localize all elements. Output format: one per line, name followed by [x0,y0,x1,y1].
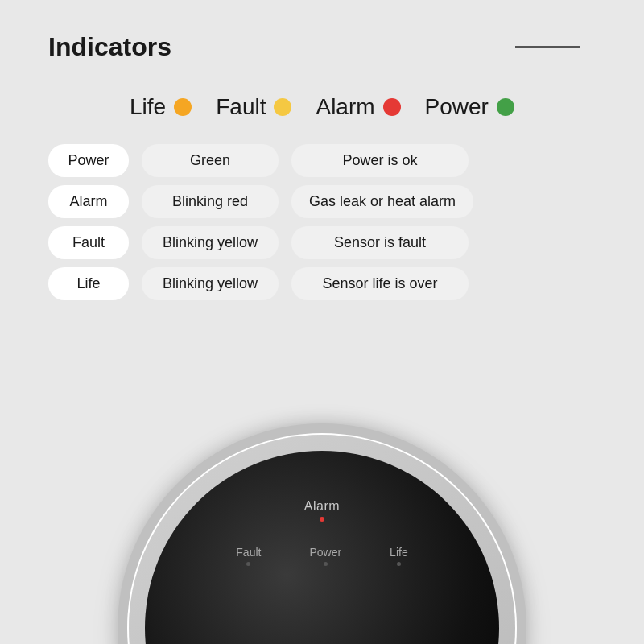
legend-item-alarm: Alarm [316,94,400,120]
table-cell-col3-row4: Sensor life is over [291,267,469,300]
device-section: Alarm Fault Power Life [113,402,531,644]
device-indicator-fault: Fault [236,546,261,566]
table-cell-col2-row2: Blinking red [142,185,279,218]
device-bottom-labels: Fault Power Life [236,546,407,566]
legend-label-life: Life [130,94,166,120]
table-row: Power Green Power is ok [48,144,596,177]
device-fault-dot [246,562,250,566]
header-section: Indicators [0,0,644,78]
device-life-dot [397,562,401,566]
device-alarm-dot [320,517,324,522]
table-cell-col2-row1: Green [142,144,279,177]
table-cell-col2-row4: Blinking yellow [142,267,279,300]
legend-item-life: Life [130,94,192,120]
device-power-label: Power [309,546,341,559]
indicator-table: Power Green Power is ok Alarm Blinking r… [0,144,644,300]
table-row: Alarm Blinking red Gas leak or heat alar… [48,185,596,218]
device-alarm-label: Alarm [304,499,340,514]
table-cell-col1-row2: Alarm [48,185,129,218]
device-indicator-life: Life [390,546,408,566]
table-cell-col1-row4: Life [48,267,129,300]
legend-section: Life Fault Alarm Power [0,94,644,120]
header-decorative-line [515,46,580,48]
device-power-dot [324,562,328,566]
table-cell-col3-row2: Gas leak or heat alarm [291,185,473,218]
page-container: Indicators Life Fault Alarm Power Power … [0,0,644,644]
table-cell-col1-row3: Fault [48,226,129,259]
legend-item-power: Power [425,94,514,120]
table-cell-col1-row1: Power [48,144,129,177]
page-title: Indicators [48,32,171,62]
dot-life [174,98,192,116]
dot-alarm [383,98,401,116]
table-row: Fault Blinking yellow Sensor is fault [48,226,596,259]
device-fault-label: Fault [236,546,261,559]
table-cell-col3-row3: Sensor is fault [291,226,469,259]
device-indicator-power: Power [309,546,341,566]
device-inner-face: Alarm Fault Power Life [145,451,499,644]
table-cell-col2-row3: Blinking yellow [142,226,279,259]
table-cell-col3-row1: Power is ok [291,144,469,177]
legend-label-fault: Fault [216,94,266,120]
legend-label-alarm: Alarm [316,94,374,120]
legend-item-fault: Fault [216,94,291,120]
legend-label-power: Power [425,94,489,120]
dot-power [497,98,514,116]
table-row: Life Blinking yellow Sensor life is over [48,267,596,300]
dot-fault [274,98,291,116]
device-life-label: Life [390,546,408,559]
device-outer-ring: Alarm Fault Power Life [129,435,515,644]
